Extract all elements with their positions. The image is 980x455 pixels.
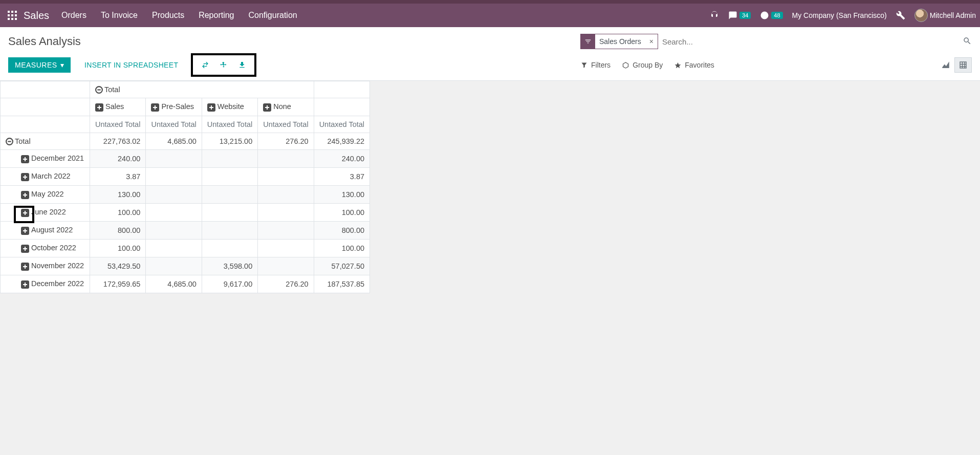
pivot-cell[interactable]: 227,763.02 xyxy=(90,133,146,150)
pivot-cell[interactable] xyxy=(146,257,202,275)
pivot-cell[interactable]: 800.00 xyxy=(314,222,369,240)
pivot-cell[interactable] xyxy=(202,186,257,204)
measure-header[interactable]: Untaxed Total xyxy=(314,116,369,133)
nav-reporting[interactable]: Reporting xyxy=(199,11,234,20)
facet-remove-icon[interactable]: × xyxy=(645,37,658,46)
pivot-cell[interactable]: 245,939.22 xyxy=(314,133,369,150)
expand-icon[interactable] xyxy=(21,173,29,181)
pivot-cell[interactable]: 3,598.00 xyxy=(202,257,257,275)
activities-button[interactable]: 48 xyxy=(760,11,782,20)
expand-icon[interactable] xyxy=(21,191,29,199)
pivot-cell[interactable] xyxy=(258,257,314,275)
pivot-cell[interactable] xyxy=(258,186,314,204)
pivot-cell[interactable] xyxy=(258,240,314,257)
pivot-cell[interactable] xyxy=(146,222,202,240)
pivot-cell[interactable]: 172,959.65 xyxy=(90,275,146,293)
col-header[interactable]: Website xyxy=(202,98,257,116)
debug-icon[interactable] xyxy=(896,11,905,20)
nav-orders[interactable]: Orders xyxy=(61,11,86,20)
col-header[interactable]: Pre-Sales xyxy=(146,98,202,116)
measure-header[interactable]: Untaxed Total xyxy=(258,116,314,133)
pivot-cell[interactable]: 276.20 xyxy=(258,133,314,150)
col-header[interactable]: Sales xyxy=(90,98,146,116)
company-switcher[interactable]: My Company (San Francisco) xyxy=(792,11,887,19)
measure-header[interactable]: Untaxed Total xyxy=(202,116,257,133)
pivot-cell[interactable] xyxy=(202,204,257,222)
pivot-cell[interactable]: 3.87 xyxy=(314,168,369,186)
pivot-cell[interactable]: 130.00 xyxy=(90,186,146,204)
user-menu[interactable]: Mitchell Admin xyxy=(914,9,976,22)
insert-spreadsheet-button[interactable]: Insert in Spreadsheet xyxy=(78,57,185,73)
pivot-cell[interactable] xyxy=(146,168,202,186)
expand-icon[interactable] xyxy=(21,155,29,163)
nav-products[interactable]: Products xyxy=(152,11,184,20)
expand-icon[interactable] xyxy=(21,245,29,253)
pivot-cell[interactable] xyxy=(202,168,257,186)
expand-icon[interactable] xyxy=(21,263,29,271)
nav-to-invoice[interactable]: To Invoice xyxy=(101,11,138,20)
pivot-cell[interactable]: 4,685.00 xyxy=(146,133,202,150)
pivot-cell[interactable] xyxy=(258,150,314,168)
apps-menu-icon[interactable] xyxy=(4,7,20,24)
pivot-cell[interactable] xyxy=(146,240,202,257)
measure-header[interactable]: Untaxed Total xyxy=(90,116,146,133)
download-icon[interactable] xyxy=(233,57,251,73)
row-header[interactable]: March 2022 xyxy=(1,168,90,186)
row-header[interactable]: December 2021 xyxy=(1,150,90,168)
pivot-cell[interactable] xyxy=(258,168,314,186)
measures-button[interactable]: Measures ▾ xyxy=(8,57,71,73)
measure-header[interactable]: Untaxed Total xyxy=(146,116,202,133)
row-header[interactable]: November 2022 xyxy=(1,257,90,275)
pivot-cell[interactable]: 53,429.50 xyxy=(90,257,146,275)
pivot-cell[interactable]: 57,027.50 xyxy=(314,257,369,275)
pivot-cell[interactable]: 130.00 xyxy=(314,186,369,204)
expand-icon[interactable] xyxy=(21,280,29,289)
pivot-cell[interactable]: 3.87 xyxy=(90,168,146,186)
row-header[interactable]: May 2022 xyxy=(1,186,90,204)
pivot-cell[interactable]: 800.00 xyxy=(90,222,146,240)
pivot-cell[interactable]: 240.00 xyxy=(90,150,146,168)
expand-icon[interactable] xyxy=(207,103,215,112)
pivot-cell[interactable]: 100.00 xyxy=(314,204,369,222)
pivot-cell[interactable] xyxy=(202,222,257,240)
favorites-button[interactable]: Favorites xyxy=(674,61,714,69)
pivot-view-icon[interactable] xyxy=(954,57,972,73)
groupby-button[interactable]: Group By xyxy=(622,61,663,69)
expand-all-icon[interactable] xyxy=(214,57,233,73)
pivot-cell[interactable] xyxy=(146,186,202,204)
row-header[interactable]: December 2022 xyxy=(1,275,90,293)
row-header[interactable]: June 2022 xyxy=(1,204,90,222)
col-header[interactable]: None xyxy=(258,98,314,116)
pivot-cell[interactable]: 100.00 xyxy=(90,204,146,222)
search-input[interactable] xyxy=(658,35,963,48)
pivot-cell[interactable] xyxy=(202,150,257,168)
expand-icon[interactable] xyxy=(95,103,103,112)
pivot-cell[interactable]: 187,537.85 xyxy=(314,275,369,293)
pivot-cell[interactable]: 9,617.00 xyxy=(202,275,257,293)
expand-icon[interactable] xyxy=(151,103,159,112)
pivot-cell[interactable]: 4,685.00 xyxy=(146,275,202,293)
search-icon[interactable] xyxy=(963,36,972,47)
flip-axis-icon[interactable] xyxy=(196,57,214,73)
col-total-header[interactable]: Total xyxy=(90,81,314,98)
expand-icon[interactable] xyxy=(263,103,271,112)
pivot-cell[interactable]: 240.00 xyxy=(314,150,369,168)
pivot-cell[interactable] xyxy=(146,150,202,168)
messages-button[interactable]: 34 xyxy=(728,11,751,20)
graph-view-icon[interactable] xyxy=(937,57,954,73)
pivot-cell[interactable] xyxy=(202,240,257,257)
row-header[interactable]: Total xyxy=(1,133,90,150)
pivot-cell[interactable]: 13,215.00 xyxy=(202,133,257,150)
row-header[interactable]: October 2022 xyxy=(1,240,90,257)
expand-icon[interactable] xyxy=(21,209,29,217)
module-name[interactable]: Sales xyxy=(24,10,49,21)
pivot-cell[interactable] xyxy=(146,204,202,222)
pivot-cell[interactable]: 100.00 xyxy=(314,240,369,257)
nav-configuration[interactable]: Configuration xyxy=(249,11,297,20)
pivot-cell[interactable]: 276.20 xyxy=(258,275,314,293)
support-icon[interactable] xyxy=(710,11,719,20)
row-header[interactable]: August 2022 xyxy=(1,222,90,240)
pivot-cell[interactable]: 100.00 xyxy=(90,240,146,257)
pivot-cell[interactable] xyxy=(258,204,314,222)
pivot-cell[interactable] xyxy=(258,222,314,240)
